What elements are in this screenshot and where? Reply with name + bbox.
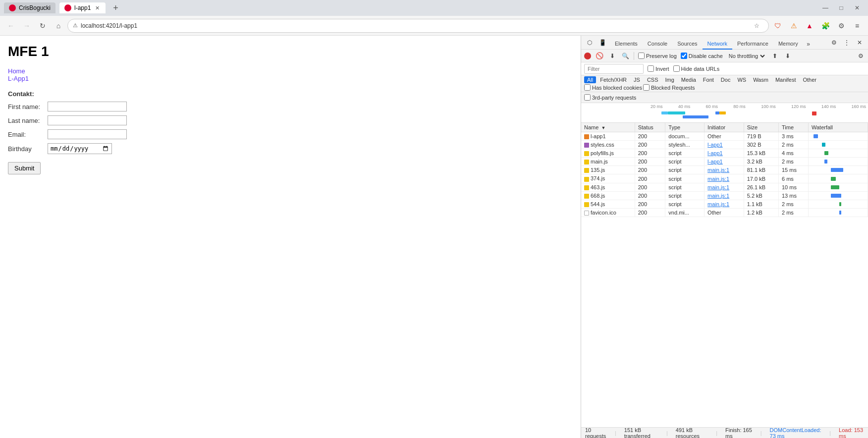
tab-close-lapp1[interactable]: ✕ [94,4,101,11]
tab-lApp1[interactable]: l-app1 ✕ [59,2,106,13]
window-controls: — □ ✕ [818,1,864,15]
has-blocked-cookies-label[interactable]: Has blocked cookies [584,84,642,91]
email-label: Email: [8,131,48,138]
tab-elements[interactable]: Elements [610,39,643,50]
throttle-select[interactable]: No throttling Fast 3G Slow 3G Offline [727,53,766,59]
tab-favicon-lapp1 [64,4,71,11]
filter-fetch-xhr[interactable]: Fetch/XHR [597,76,630,83]
submit-button[interactable]: Submit [8,162,41,174]
record-button[interactable] [584,53,591,59]
bookmark-icon[interactable]: ☆ [750,19,763,33]
filter-ws[interactable]: WS [734,76,749,83]
last-name-input[interactable] [48,115,127,125]
filter-all[interactable]: All [584,76,596,83]
filter-other[interactable]: Other [800,76,819,83]
col-size[interactable]: Size [744,123,778,132]
filter-wasm[interactable]: Wasm [750,76,771,83]
minimize-button[interactable]: — [818,1,832,15]
col-initiator[interactable]: Initiator [705,123,744,132]
lapp1-link[interactable]: L-App1 [8,75,573,82]
hide-data-label[interactable]: Hide data URLs [673,65,720,72]
search-button[interactable]: 🔍 [621,52,630,60]
filter-media[interactable]: Media [678,76,699,83]
maximize-button[interactable]: □ [834,1,848,15]
devtools-more-btn[interactable]: ⋮ [841,37,852,48]
table-row[interactable]: main.js200scriptl-app13.2 kB2 ms [581,158,868,166]
back-button[interactable]: ← [4,19,18,33]
download-icon[interactable]: ⬇ [783,52,792,60]
devtools-close-btn[interactable]: ✕ [854,37,865,48]
close-button[interactable]: ✕ [850,1,864,15]
birthday-input[interactable] [48,143,112,154]
form-heading: Contakt: [8,90,573,98]
address-bar[interactable]: ⚠ localhost:4201/l-app1 ☆ [67,19,769,33]
inspect-element-btn[interactable]: ⬡ [584,37,595,48]
col-status[interactable]: Status [635,123,665,132]
first-name-label: First name: [8,103,48,110]
nav-right-buttons: 🛡 ⚠ ▲ 🧩 ⚙ ≡ [771,19,864,33]
table-row[interactable]: 135.js200scriptmain.js:181.1 kB15 ms [581,166,868,174]
disable-cache-checkbox[interactable] [681,53,687,59]
tab-memory[interactable]: Memory [773,39,803,50]
filter-doc[interactable]: Doc [718,76,734,83]
blocked-requests-checkbox[interactable] [643,84,650,91]
col-waterfall[interactable]: Waterfall [809,123,868,132]
home-button[interactable]: ⌂ [52,19,65,33]
table-row[interactable]: 544.js200scriptmain.js:11.1 kB2 ms [581,200,868,208]
table-row[interactable]: l-app1200docum...Other719 B3 ms [581,132,868,141]
invert-checkbox[interactable] [648,65,654,72]
upload-icon[interactable]: ⬆ [770,52,779,60]
refresh-button[interactable]: ↻ [36,19,50,33]
invert-label[interactable]: Invert [648,65,669,72]
filter-js[interactable]: JS [631,76,643,83]
settings-icon[interactable]: ⚙ [834,19,848,33]
forward-button[interactable]: → [20,19,34,33]
table-row[interactable]: 668.js200scriptmain.js:15.2 kB13 ms [581,191,868,200]
tab-console[interactable]: Console [643,39,672,50]
devtools-settings-btn[interactable]: ⚙ [828,37,839,48]
filter-manifest[interactable]: Manifest [772,76,799,83]
tab-crisBogucki[interactable]: CrisBogucki [4,2,55,13]
col-time[interactable]: Time [778,123,808,132]
tab-performance[interactable]: Performance [732,39,773,50]
filter-css[interactable]: CSS [644,76,661,83]
filter-font[interactable]: Font [700,76,717,83]
first-name-input[interactable] [48,102,127,111]
preserve-log-label[interactable]: Preserve log [638,53,677,59]
has-blocked-cookies-checkbox[interactable] [584,84,591,91]
device-toolbar-btn[interactable]: 📱 [597,37,608,48]
table-row[interactable]: styles.css200stylesh...l-app1302 B2 ms [581,141,868,149]
third-party-checkbox[interactable] [584,94,591,101]
home-link[interactable]: Home [8,67,573,75]
birthday-label: Birthday [8,145,48,153]
table-row[interactable]: 463.js200scriptmain.js:126.1 kB10 ms [581,183,868,191]
col-name[interactable]: Name ▼ [581,123,635,132]
tab-network[interactable]: Network [703,39,732,50]
filter-input[interactable] [584,64,644,74]
table-row[interactable]: favicon.ico200vnd.mi...Other1.2 kB2 ms [581,208,868,217]
clear-button[interactable]: 🚫 [595,52,604,60]
brave-rewards-icon[interactable]: ⚠ [787,19,801,33]
menu-icon[interactable]: ≡ [850,19,864,33]
blocked-requests-label[interactable]: Blocked Requests [643,84,695,91]
network-settings-btn[interactable]: ⚙ [856,52,865,60]
preserve-log-checkbox[interactable] [638,53,645,59]
more-tabs-btn[interactable]: » [803,39,814,50]
disable-cache-label[interactable]: Disable cache [681,53,723,59]
third-party-label[interactable]: 3rd-party requests [584,94,636,101]
filter-img[interactable]: Img [662,76,677,83]
hide-data-checkbox[interactable] [673,65,680,72]
email-input[interactable] [48,129,127,139]
table-row[interactable]: polyfills.js200scriptl-app115.3 kB4 ms [581,149,868,158]
angular-extension-icon[interactable]: ▲ [803,19,816,33]
email-row: Email: [8,129,573,139]
page-title: MFE 1 [8,44,573,59]
table-row[interactable]: 374.js200scriptmain.js:117.0 kB6 ms [581,174,868,183]
finish-time: Finish: 165 ms [725,427,753,438]
new-tab-button[interactable]: + [109,2,121,14]
brave-shield-icon[interactable]: 🛡 [771,19,785,33]
extensions-icon[interactable]: 🧩 [818,19,832,33]
tab-sources[interactable]: Sources [672,39,702,50]
filter-button[interactable]: ⬇ [608,52,617,60]
col-type[interactable]: Type [665,123,705,132]
